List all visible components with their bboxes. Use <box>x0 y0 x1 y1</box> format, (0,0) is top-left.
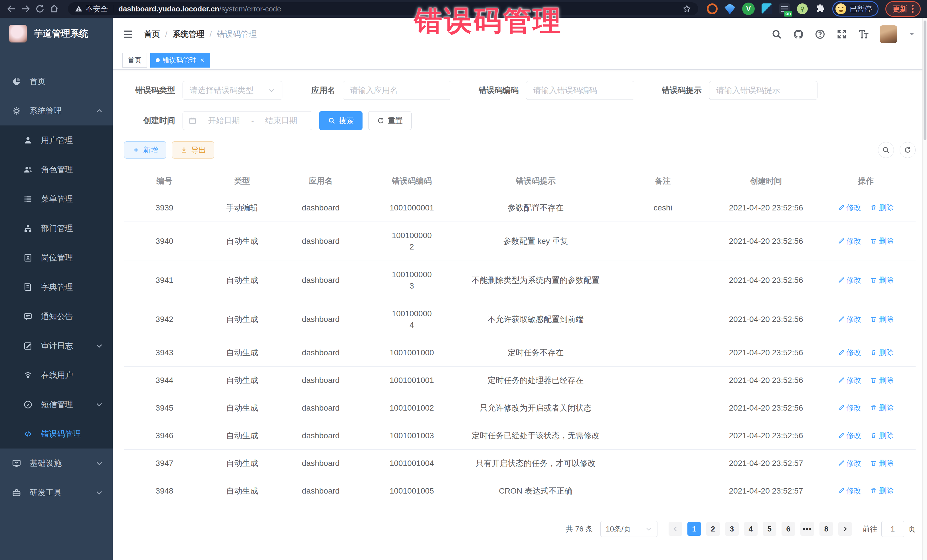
prev-page-button[interactable] <box>669 522 682 536</box>
window-scrollbar[interactable] <box>922 18 927 560</box>
delete-link[interactable]: 删除 <box>870 458 894 468</box>
edit-link[interactable]: 修改 <box>838 203 862 213</box>
page-button-5[interactable]: 5 <box>763 522 777 536</box>
edit-link[interactable]: 修改 <box>838 403 862 413</box>
add-button[interactable]: 新增 <box>124 141 166 159</box>
tab-close-icon[interactable]: × <box>200 57 204 64</box>
page-button-6[interactable]: 6 <box>781 522 795 536</box>
trash-icon <box>870 377 877 384</box>
forward-icon[interactable] <box>21 4 31 14</box>
edit-link[interactable]: 修改 <box>838 348 862 358</box>
fullscreen-icon[interactable] <box>836 29 847 39</box>
sidebar-item-dept[interactable]: 部门管理 <box>0 214 112 243</box>
extension-list-icon[interactable]: on <box>779 3 790 14</box>
delete-link[interactable]: 删除 <box>870 275 894 285</box>
edit-pencil-icon <box>838 316 845 322</box>
sidebar-item-post[interactable]: 岗位管理 <box>0 243 112 272</box>
date-start-placeholder[interactable]: 开始日期 <box>199 115 249 126</box>
page-button-8[interactable]: 8 <box>819 522 833 536</box>
reload-icon[interactable] <box>35 4 45 14</box>
page-button-3[interactable]: 3 <box>725 522 739 536</box>
refresh-table-button[interactable] <box>900 142 916 158</box>
delete-link[interactable]: 删除 <box>870 375 894 385</box>
github-icon[interactable] <box>793 29 804 39</box>
extension-key-icon[interactable]: ⚲ <box>797 3 808 14</box>
breadcrumb: 首页 / 系统管理 / 错误码管理 <box>144 29 257 39</box>
tab-home[interactable]: 首页 <box>122 53 147 68</box>
sidebar-item-dict[interactable]: 字典管理 <box>0 272 112 302</box>
edit-link[interactable]: 修改 <box>838 236 862 246</box>
browser-menu-dots-icon[interactable] <box>912 5 913 13</box>
sidebar-item-home[interactable]: 首页 <box>0 67 112 96</box>
app-input[interactable] <box>343 81 451 100</box>
chevron-right-icon <box>842 525 849 532</box>
extension-cube-icon[interactable] <box>761 3 772 14</box>
export-button[interactable]: 导出 <box>172 141 214 159</box>
extension-ring-icon[interactable] <box>707 3 718 14</box>
home-icon[interactable] <box>49 4 59 14</box>
extensions-puzzle-icon[interactable] <box>815 3 825 14</box>
delete-link[interactable]: 删除 <box>870 203 894 213</box>
profile-paused-pill[interactable]: 已暂停 <box>832 1 878 17</box>
edit-link[interactable]: 修改 <box>838 431 862 440</box>
cell-remark <box>610 222 716 261</box>
search-button[interactable]: 搜索 <box>319 111 363 130</box>
date-end-placeholder[interactable]: 结束日期 <box>256 115 306 126</box>
page-size-select[interactable]: 10条/页 <box>600 521 658 537</box>
delete-link[interactable]: 删除 <box>870 236 894 246</box>
delete-link[interactable]: 删除 <box>870 431 894 440</box>
chevron-down-icon <box>96 460 103 467</box>
type-select[interactable]: 请选择错误码类型 <box>182 81 283 100</box>
delete-link[interactable]: 删除 <box>870 403 894 413</box>
sidebar-item-error-code[interactable]: 错误码管理 <box>0 419 112 449</box>
hamburger-icon[interactable] <box>122 29 134 40</box>
goto-page-input[interactable] <box>881 521 904 537</box>
bookmark-star-icon[interactable] <box>682 4 691 14</box>
page-button-4[interactable]: 4 <box>744 522 758 536</box>
sidebar-item-audit[interactable]: 审计日志 <box>0 331 112 360</box>
caret-down-icon[interactable] <box>908 30 916 38</box>
more-pages-button[interactable]: ••• <box>800 522 815 536</box>
tab-error-code[interactable]: 错误码管理 × <box>150 53 210 68</box>
sidebar-item-system[interactable]: 系统管理 <box>0 96 112 126</box>
address-bar[interactable]: 不安全 dashboard.yudao.iocoder.cn /system/e… <box>68 2 698 15</box>
edit-pencil-icon <box>838 487 845 494</box>
edit-link[interactable]: 修改 <box>838 486 862 496</box>
edit-link[interactable]: 修改 <box>838 375 862 385</box>
page-button-2[interactable]: 2 <box>706 522 720 536</box>
delete-link[interactable]: 删除 <box>870 348 894 358</box>
delete-link[interactable]: 删除 <box>870 486 894 496</box>
user-avatar[interactable] <box>880 25 897 43</box>
extension-vue-icon[interactable]: V <box>742 3 755 15</box>
sidebar-item-menu[interactable]: 菜单管理 <box>0 184 112 214</box>
code-input[interactable] <box>526 81 634 100</box>
logo-row[interactable]: 芋道管理系统 <box>0 18 112 50</box>
date-range-picker[interactable]: 开始日期 - 结束日期 <box>182 111 312 130</box>
delete-link[interactable]: 删除 <box>870 314 894 324</box>
sidebar-item-user[interactable]: 用户管理 <box>0 126 112 155</box>
sidebar-item-sms[interactable]: 短信管理 <box>0 390 112 419</box>
msg-input[interactable] <box>709 81 818 100</box>
sidebar-item-devtool[interactable]: 研发工具 <box>0 478 112 507</box>
edit-link[interactable]: 修改 <box>838 314 862 324</box>
sidebar-item-notice[interactable]: 通知公告 <box>0 302 112 331</box>
page-button-1[interactable]: 1 <box>687 522 701 536</box>
extension-gem-icon[interactable] <box>725 3 736 14</box>
search-icon[interactable] <box>771 29 782 39</box>
edit-link[interactable]: 修改 <box>838 275 862 285</box>
next-page-button[interactable] <box>838 522 852 536</box>
reset-button[interactable]: 重置 <box>368 111 412 130</box>
sidebar-item-role[interactable]: 角色管理 <box>0 155 112 184</box>
scrollbar-thumb[interactable] <box>924 21 926 140</box>
sidebar-item-infra[interactable]: 基础设施 <box>0 449 112 478</box>
breadcrumb-home[interactable]: 首页 <box>144 29 160 39</box>
breadcrumb-system[interactable]: 系统管理 <box>173 29 205 39</box>
toggle-search-button[interactable] <box>878 142 894 158</box>
help-icon[interactable] <box>815 29 825 39</box>
edit-link[interactable]: 修改 <box>838 458 862 468</box>
font-size-icon[interactable] <box>858 29 869 39</box>
browser-update-button[interactable]: 更新 <box>885 1 921 17</box>
back-icon[interactable] <box>6 4 17 14</box>
table-row: 3943 自动生成 dashboard 1001001000 定时任务不存在 2… <box>124 339 916 367</box>
sidebar-item-online[interactable]: 在线用户 <box>0 360 112 390</box>
